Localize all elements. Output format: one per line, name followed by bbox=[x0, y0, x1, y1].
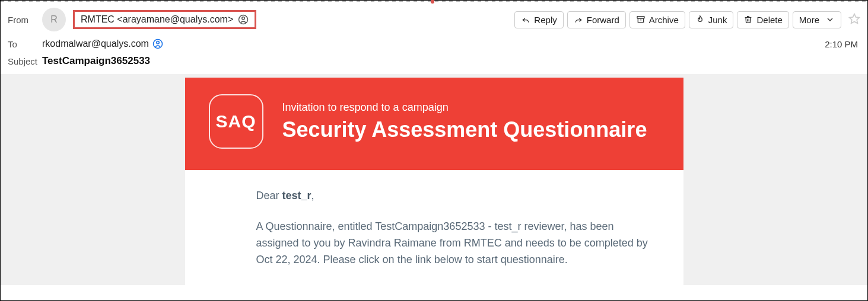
flame-icon bbox=[695, 15, 705, 24]
archive-button[interactable]: Archive bbox=[629, 11, 685, 28]
to-value: rkodmalwar@qualys.com bbox=[42, 39, 149, 49]
delete-button[interactable]: Delete bbox=[737, 11, 788, 28]
svg-point-5 bbox=[157, 41, 160, 44]
email-paragraph: A Questionnaire, entitled TestCampaign36… bbox=[256, 219, 660, 268]
contact-icon bbox=[238, 14, 249, 25]
greeting-name: test_r bbox=[282, 190, 311, 201]
archive-label: Archive bbox=[649, 15, 679, 25]
greeting: Dear test_r, bbox=[256, 188, 660, 204]
star-icon[interactable] bbox=[848, 12, 860, 27]
trash-icon bbox=[743, 15, 753, 24]
archive-icon bbox=[636, 15, 646, 24]
toolbar: Reply Forward Archive Junk Delete More bbox=[514, 11, 860, 28]
to-label: To bbox=[8, 39, 42, 49]
saq-badge: SAQ bbox=[209, 94, 263, 149]
forward-icon bbox=[574, 15, 583, 24]
email-banner: SAQ Invitation to respond to a campaign … bbox=[185, 78, 683, 170]
svg-point-1 bbox=[242, 17, 245, 20]
saq-badge-text: SAQ bbox=[215, 111, 256, 132]
reply-marker bbox=[431, 0, 434, 4]
email-body-area: SAQ Invitation to respond to a campaign … bbox=[1, 74, 867, 285]
svg-rect-2 bbox=[637, 17, 644, 18]
svg-marker-3 bbox=[850, 14, 860, 24]
contact-icon bbox=[152, 39, 163, 49]
subject-value: TestCampaign3652533 bbox=[42, 55, 150, 67]
from-highlight-box: RMTEC <arayamane@qualys.com> bbox=[73, 10, 256, 29]
avatar-initial: R bbox=[50, 14, 58, 25]
junk-label: Junk bbox=[708, 15, 727, 25]
forward-label: Forward bbox=[587, 15, 619, 25]
reply-button[interactable]: Reply bbox=[514, 11, 563, 28]
greeting-suffix: , bbox=[311, 190, 314, 201]
greeting-prefix: Dear bbox=[256, 190, 282, 201]
avatar: R bbox=[42, 8, 66, 31]
subject-row: Subject TestCampaign3652533 bbox=[1, 54, 867, 74]
reply-label: Reply bbox=[534, 15, 557, 25]
time: 2:10 PM bbox=[825, 39, 860, 49]
more-button[interactable]: More bbox=[793, 11, 841, 28]
more-label: More bbox=[799, 15, 819, 25]
junk-button[interactable]: Junk bbox=[689, 11, 734, 28]
chevron-down-icon bbox=[825, 15, 835, 24]
from-row: From R RMTEC <arayamane@qualys.com> Repl… bbox=[1, 2, 867, 37]
from-label: From bbox=[8, 15, 42, 25]
from-display: RMTEC <arayamane@qualys.com> bbox=[81, 14, 233, 25]
to-row: To rkodmalwar@qualys.com 2:10 PM bbox=[1, 37, 867, 54]
reply-icon bbox=[521, 15, 530, 24]
email-card: SAQ Invitation to respond to a campaign … bbox=[185, 78, 683, 285]
banner-subtitle: Invitation to respond to a campaign bbox=[282, 101, 647, 114]
email-content: Dear test_r, A Questionnaire, entitled T… bbox=[185, 170, 683, 268]
forward-button[interactable]: Forward bbox=[567, 11, 626, 28]
delete-label: Delete bbox=[756, 15, 782, 25]
banner-title: Security Assessment Questionnaire bbox=[282, 117, 647, 142]
subject-label: Subject bbox=[8, 56, 42, 66]
